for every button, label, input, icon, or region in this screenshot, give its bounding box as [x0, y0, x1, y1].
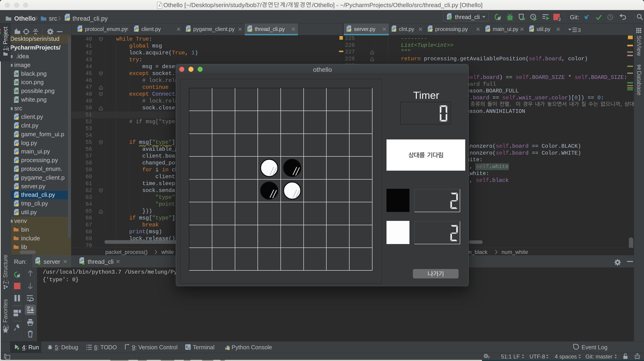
svg-text:3: 3	[578, 27, 581, 33]
